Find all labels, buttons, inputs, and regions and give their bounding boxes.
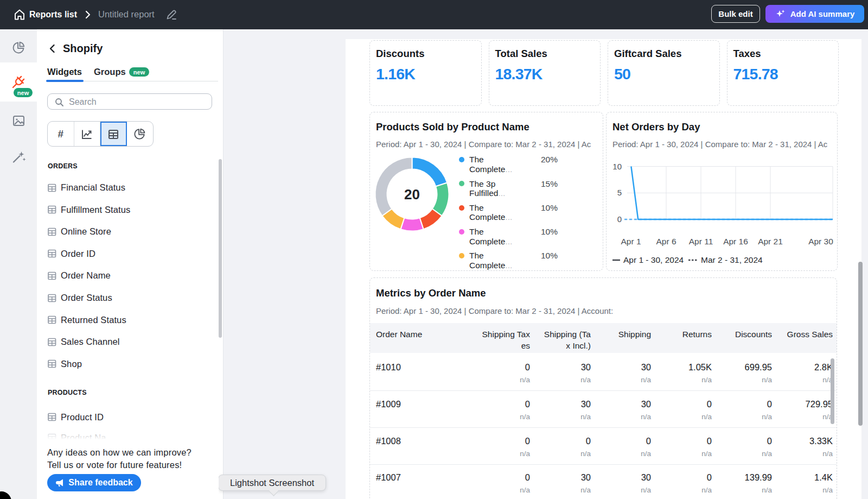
svg-text:Apr 1 - 30, 2024: Apr 1 - 30, 2024 bbox=[623, 255, 684, 264]
svg-text:10: 10 bbox=[612, 162, 622, 171]
svg-text:5: 5 bbox=[617, 188, 622, 197]
svg-text:Apr 16: Apr 16 bbox=[723, 237, 748, 246]
svg-text:Mar 2 - 31, 2024: Mar 2 - 31, 2024 bbox=[701, 255, 763, 264]
svg-text:20: 20 bbox=[404, 186, 420, 203]
svg-text:Apr 6: Apr 6 bbox=[656, 237, 676, 246]
svg-text:Apr 21: Apr 21 bbox=[758, 237, 783, 246]
svg-text:Apr 11: Apr 11 bbox=[689, 237, 713, 246]
svg-text:Apr 1: Apr 1 bbox=[621, 237, 641, 246]
svg-text:0: 0 bbox=[617, 214, 622, 224]
svg-text:Apr 30: Apr 30 bbox=[808, 237, 833, 246]
